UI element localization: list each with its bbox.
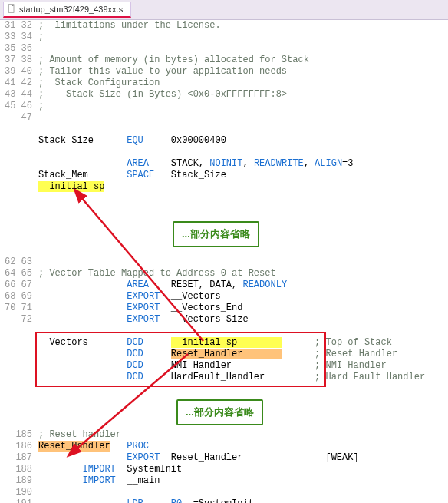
code-editor: 31 32 33 34 35 36 37 38 39 40 41 42 43 4… xyxy=(0,20,448,503)
code-block-3: 185 186 187 188 189 190 191 192 193 194 … xyxy=(0,429,448,503)
code-block-1: 31 32 33 34 35 36 37 38 39 40 41 42 43 4… xyxy=(0,20,448,204)
file-icon xyxy=(7,4,16,15)
file-tab[interactable]: startup_stm32f429_439xx.s xyxy=(3,2,131,18)
omitted-callout-2: ...部分内容省略 xyxy=(176,399,263,425)
tab-bar: startup_stm32f429_439xx.s xyxy=(0,0,448,20)
highlight-box xyxy=(35,332,326,387)
file-tab-label: startup_stm32f429_439xx.s xyxy=(19,5,123,14)
omitted-callout-1: ...部分内容省略 xyxy=(173,221,259,247)
